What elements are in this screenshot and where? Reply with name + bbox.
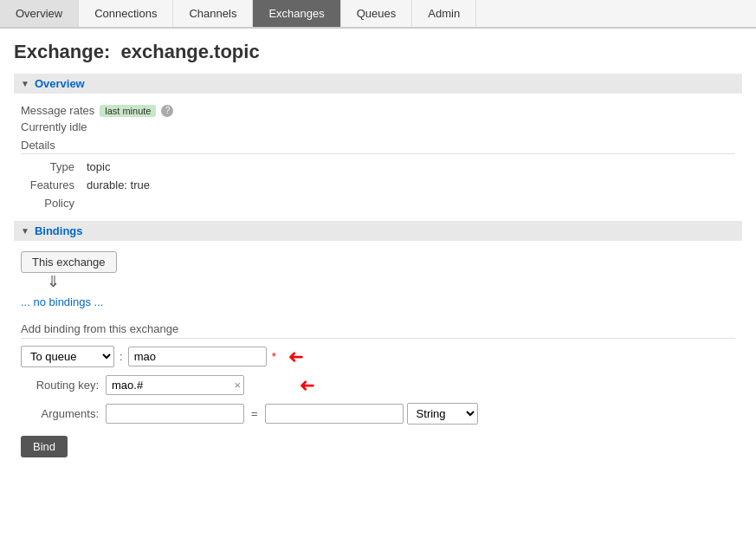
nav-overview[interactable]: Overview — [0, 0, 79, 27]
red-arrow-2: ➜ — [300, 374, 315, 397]
required-star: * — [272, 350, 276, 363]
destination-input[interactable] — [128, 347, 267, 366]
nav-channels[interactable]: Channels — [173, 0, 253, 27]
details-features-row: Features durable: true — [21, 176, 158, 194]
bindings-section-body: This exchange ⇓ ... no bindings ... Add … — [14, 248, 742, 466]
routing-key-input[interactable] — [106, 375, 244, 395]
overview-collapse-arrow: ▼ — [21, 79, 29, 88]
details-type-row: Type topic — [21, 158, 158, 176]
equals-sign: = — [251, 407, 258, 420]
bindings-section-header[interactable]: ▼ Bindings — [14, 221, 742, 241]
policy-label: Policy — [21, 194, 81, 212]
status-text: Currently idle — [21, 120, 735, 133]
message-rates-row: Message rates last minute ? — [21, 104, 735, 117]
this-exchange-label[interactable]: This exchange — [21, 251, 117, 273]
type-label: Type — [21, 158, 81, 176]
argument-type-select[interactable]: String Number Boolean — [407, 403, 478, 425]
arguments-row: Arguments: = String Number Boolean — [21, 403, 735, 425]
destination-type-select[interactable]: To queue To exchange — [21, 346, 114, 367]
help-icon[interactable]: ? — [161, 105, 173, 117]
this-exchange-button[interactable]: This exchange — [21, 251, 735, 273]
routing-key-clear-button[interactable]: × — [234, 379, 241, 392]
policy-value — [81, 194, 158, 212]
nav-queues[interactable]: Queues — [341, 0, 413, 27]
nav-admin[interactable]: Admin — [412, 0, 476, 27]
overview-section-header[interactable]: ▼ Overview — [14, 74, 742, 94]
nav-connections[interactable]: Connections — [79, 0, 173, 27]
bindings-section-title: Bindings — [35, 224, 83, 237]
routing-key-row: Routing key: × ➜ — [21, 374, 735, 397]
bindings-collapse-arrow: ▼ — [21, 226, 29, 236]
top-navigation: Overview Connections Channels Exchanges … — [0, 0, 756, 29]
routing-key-label: Routing key: — [21, 379, 99, 392]
argument-key-input[interactable] — [106, 404, 244, 424]
red-arrow-1: ➜ — [288, 346, 304, 368]
argument-value-input[interactable] — [265, 404, 404, 424]
overview-section-title: Overview — [35, 77, 85, 90]
overview-section-body: Message rates last minute ? Currently id… — [14, 100, 742, 221]
message-rates-label: Message rates — [21, 104, 94, 117]
destination-row: To queue To exchange : * ➜ — [21, 346, 735, 368]
features-label: Features — [21, 176, 81, 194]
exchange-name: exchange.topic — [121, 41, 260, 62]
arguments-label: Arguments: — [21, 407, 99, 420]
details-policy-row: Policy — [21, 194, 158, 212]
bind-button[interactable]: Bind — [21, 436, 68, 457]
colon-separator: : — [120, 350, 123, 363]
routing-key-input-wrapper: × — [106, 375, 244, 395]
page-content: Exchange: exchange.topic ▼ Overview Mess… — [0, 29, 756, 478]
features-value: durable: true — [81, 176, 158, 194]
details-table: Type topic Features durable: true Policy — [21, 158, 158, 212]
add-binding-section: Add binding from this exchange To queue … — [21, 322, 735, 457]
last-minute-badge[interactable]: last minute — [100, 105, 156, 117]
page-title-prefix: Exchange: — [14, 41, 110, 62]
details-label: Details — [21, 139, 735, 154]
add-binding-title: Add binding from this exchange — [21, 322, 735, 339]
binding-down-arrow: ⇓ — [47, 273, 735, 292]
no-bindings-text: ... no bindings ... — [21, 295, 735, 308]
type-value: topic — [81, 158, 158, 176]
page-title: Exchange: exchange.topic — [14, 41, 742, 63]
nav-exchanges[interactable]: Exchanges — [253, 0, 340, 27]
